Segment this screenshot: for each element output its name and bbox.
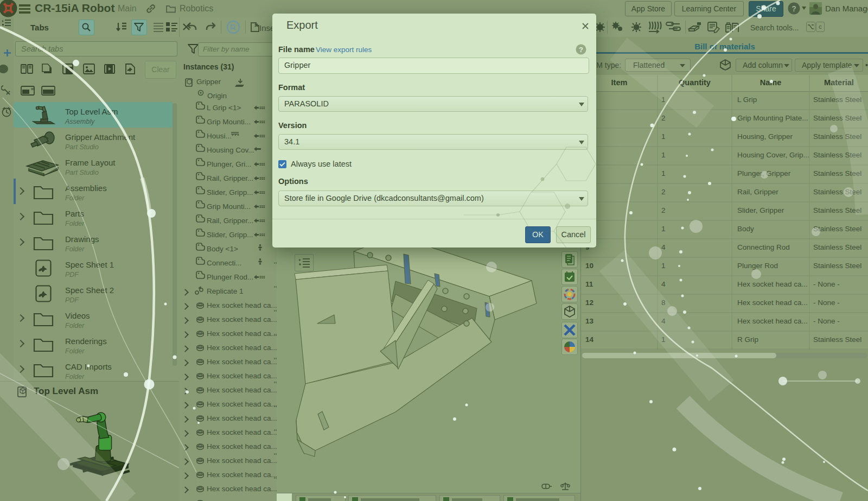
- svg-text:3D: 3D: [31, 87, 35, 91]
- svg-text:?: ?: [792, 4, 796, 13]
- svg-text:?: ?: [579, 46, 583, 54]
